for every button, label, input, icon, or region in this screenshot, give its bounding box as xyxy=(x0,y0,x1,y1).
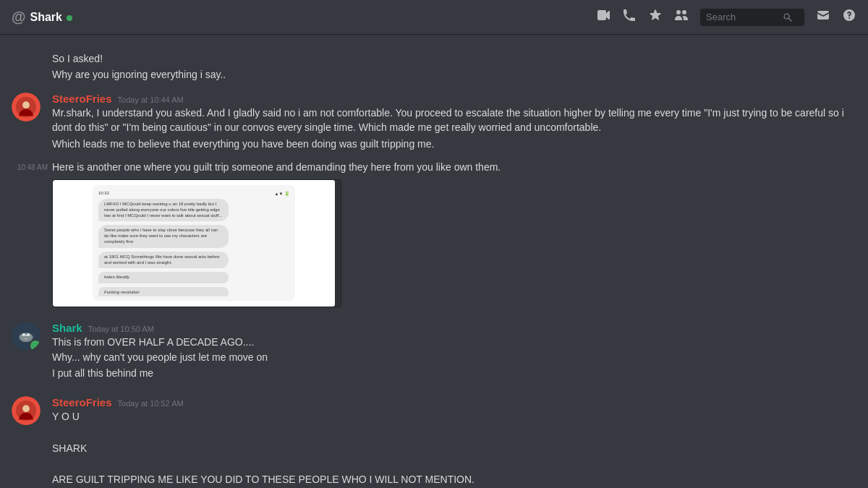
timestamp: Today at 10:50 AM xyxy=(88,325,154,333)
header-icons xyxy=(596,8,856,26)
steero-avatar xyxy=(12,396,41,425)
message-line: SHARK xyxy=(52,442,845,456)
video-call-icon[interactable] xyxy=(596,8,610,26)
message-line: Why... why can't you people just let me … xyxy=(52,351,845,365)
username: SteeroFries xyxy=(52,396,112,408)
message-content: Here is another one where you guilt trip… xyxy=(52,160,845,307)
username: Shark xyxy=(52,322,82,334)
message-line: Mr.shark, I understand you asked. And I … xyxy=(52,106,845,134)
message-line xyxy=(52,426,845,440)
avatar xyxy=(12,396,41,425)
message-content: Shark Today at 10:50 AM This is from OVE… xyxy=(52,322,845,382)
message-line xyxy=(52,457,845,471)
phone-screenshot: 10:32 ▲▼ 🔋 LMFAO I MCQould keep wanting … xyxy=(93,185,295,301)
list-item: So I asked! Why are you ignoring everyth… xyxy=(0,46,856,84)
message-header: SteeroFries Today at 10:52 AM xyxy=(52,396,845,408)
timestamp: Today at 10:44 AM xyxy=(118,95,184,104)
svg-point-1 xyxy=(22,101,30,108)
message-content: So I asked! Why are you ignoring everyth… xyxy=(52,52,845,83)
help-icon[interactable] xyxy=(842,8,856,26)
chat-area: So I asked! Why are you ignoring everyth… xyxy=(0,35,868,488)
username: SteeroFries xyxy=(52,93,112,105)
message-text: This is from OVER HALF A DECADE AGO.... … xyxy=(52,335,845,381)
svg-point-5 xyxy=(27,333,30,335)
message-line: ARE GUILT TRIPPING ME LIKE YOU DID TO TH… xyxy=(52,473,845,487)
avatar xyxy=(12,93,41,121)
message-text: Here is another one where you guilt trip… xyxy=(52,160,845,175)
list-item: SteeroFries Today at 10:52 AM Y O U SHAR… xyxy=(0,393,856,488)
message-text: So I asked! Why are you ignoring everyth… xyxy=(52,52,845,82)
at-symbol: @ xyxy=(12,9,26,25)
phone-status-bar: 10:32 ▲▼ 🔋 xyxy=(98,191,289,196)
search-icon xyxy=(783,12,793,22)
search-input[interactable] xyxy=(706,12,778,22)
svg-point-7 xyxy=(22,406,30,413)
call-icon[interactable] xyxy=(622,8,637,26)
message-header: SteeroFries Today at 10:44 AM xyxy=(52,93,845,105)
channel-name: @ Shark xyxy=(12,9,72,25)
message-text: Y O U SHARK ARE GUILT TRIPPING ME LIKE Y… xyxy=(52,410,845,487)
message-line: Why are you ignoring everything i say.. xyxy=(52,68,845,82)
list-item: Shark Today at 10:50 AM This is from OVE… xyxy=(0,319,856,385)
message-content: SteeroFries Today at 10:52 AM Y O U SHAR… xyxy=(52,396,845,488)
chat-bubble: at 1901 MCQ Somethings We have done sexu… xyxy=(98,252,229,269)
chat-bubble: hates literally xyxy=(98,272,229,283)
svg-point-4 xyxy=(22,333,25,335)
chat-bubble: Some people who i have to stay close bec… xyxy=(98,225,229,247)
members-icon[interactable] xyxy=(674,8,689,26)
steero-avatar xyxy=(12,93,41,121)
message-line: Y O U xyxy=(52,410,845,424)
message-line: So I asked! xyxy=(52,52,845,67)
avatar xyxy=(12,322,41,351)
image-preview: 10:32 ▲▼ 🔋 LMFAO I MCQould keep wanting … xyxy=(53,180,335,307)
pin-icon[interactable] xyxy=(648,8,663,26)
message-line: I put all this behind me xyxy=(52,367,845,381)
inbox-icon[interactable] xyxy=(816,8,830,26)
shark-avatar xyxy=(12,322,41,351)
svg-point-3 xyxy=(19,333,33,342)
timestamp: Today at 10:52 AM xyxy=(118,399,184,408)
message-line: This is from OVER HALF A DECADE AGO.... xyxy=(52,335,845,350)
online-indicator xyxy=(67,11,72,24)
chat-bubble: Fucking revolution xyxy=(98,287,229,296)
timestamp-left: 10:48 AM xyxy=(12,163,48,171)
message-line: Here is another one where you guilt trip… xyxy=(52,160,845,175)
message-text: Mr.shark, I understand you asked. And I … xyxy=(52,106,845,152)
channel-title: Shark xyxy=(30,11,62,24)
header: @ Shark xyxy=(0,0,868,35)
message-header: Shark Today at 10:50 AM xyxy=(52,322,845,334)
chat-bubble: LMFAO I MCQould keep wanting u an 18 pre… xyxy=(98,199,229,221)
message-content: SteeroFries Today at 10:44 AM Mr.shark, … xyxy=(52,93,845,153)
list-item: 10:48 AM Here is another one where you g… xyxy=(0,159,856,310)
search-bar[interactable] xyxy=(700,9,804,26)
image-attachment: 10:32 ▲▼ 🔋 LMFAO I MCQould keep wanting … xyxy=(52,179,341,307)
list-item: SteeroFries Today at 10:44 AM Mr.shark, … xyxy=(0,90,856,156)
message-line: Which leads me to believe that everythin… xyxy=(52,137,845,152)
